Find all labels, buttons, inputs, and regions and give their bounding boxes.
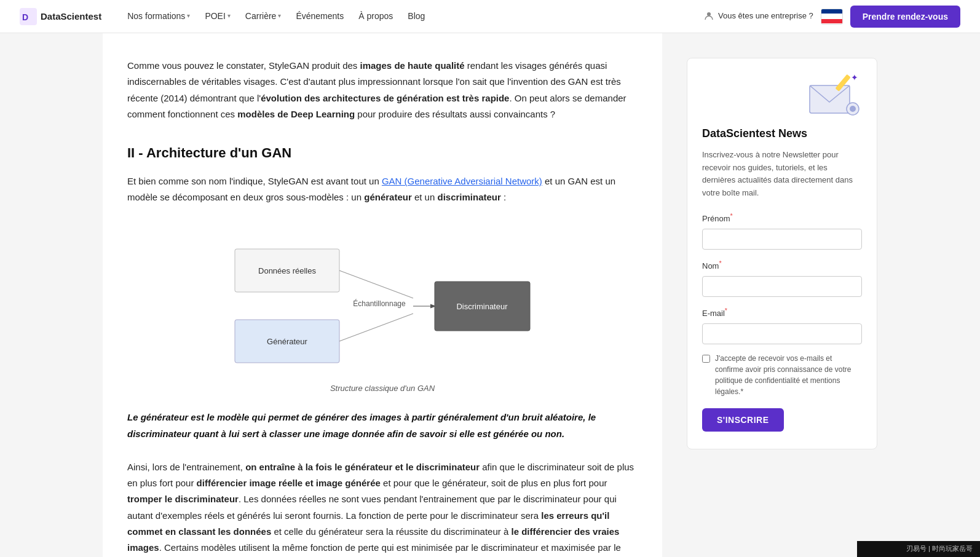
newsletter-icon-area: ✦ <box>702 73 862 122</box>
subscribe-button[interactable]: S'INSCRIRE <box>702 408 784 432</box>
nav-blog[interactable]: Blog <box>401 6 431 26</box>
svg-text:✦: ✦ <box>851 73 858 82</box>
nom-label: Nom* <box>702 258 862 273</box>
consent-label: J'accepte de recevoir vos e-mails et con… <box>715 353 862 397</box>
nav-apropos[interactable]: À propos <box>352 6 399 26</box>
chevron-down-icon: ▾ <box>187 11 190 21</box>
newsletter-desc: Inscrivez-vous à notre Newsletter pour r… <box>702 149 862 200</box>
enterprise-icon <box>703 10 714 22</box>
nav-poei[interactable]: POEI ▾ <box>199 6 236 26</box>
diagram-container: Données réelles Générateur Échantillonna… <box>127 224 638 395</box>
svg-point-16 <box>850 106 856 112</box>
newsletter-card: ✦ DataScientest News Inscrivez-vous à no… <box>687 58 877 449</box>
section-heading: II - Architecture d'un GAN <box>127 142 638 164</box>
nom-input[interactable] <box>702 276 862 297</box>
highlight-block: Le générateur est le modèle qui permet d… <box>127 409 638 442</box>
logo-text: DataScientest <box>41 9 101 24</box>
page-wrapper: Comme vous pouvez le constater, StyleGAN… <box>90 33 890 557</box>
chevron-down-icon: ▾ <box>278 11 281 21</box>
prenom-label: Prénom* <box>702 211 862 226</box>
newsletter-title: DataScientest News <box>702 125 862 143</box>
svg-text:Échantillonnage: Échantillonnage <box>353 299 406 308</box>
svg-point-2 <box>707 12 711 16</box>
nav-evenements[interactable]: Événements <box>290 6 350 26</box>
nav-right: Vous êtes une entreprise ? Prendre rende… <box>703 6 960 28</box>
svg-text:Données réelles: Données réelles <box>258 266 316 275</box>
intro-paragraph: Comme vous pouvez le constater, StyleGAN… <box>127 58 638 122</box>
svg-text:Discriminateur: Discriminateur <box>456 302 508 311</box>
rdv-button[interactable]: Prendre rendez-vous <box>850 6 960 28</box>
logo-icon: D <box>20 8 37 25</box>
logo-link[interactable]: D DataScientest <box>20 8 101 25</box>
navbar: D DataScientest Nos formations ▾ POEI ▾ … <box>0 0 980 33</box>
sidebar: ✦ DataScientest News Inscrivez-vous à no… <box>687 33 877 449</box>
nav-links: Nos formations ▾ POEI ▾ Carrière ▾ Événe… <box>121 6 703 26</box>
svg-line-7 <box>339 271 413 298</box>
language-flag-button[interactable] <box>821 9 843 25</box>
diagram-caption: Structure classique d'un GAN <box>330 382 435 395</box>
prenom-field-group: Prénom* <box>702 211 862 250</box>
consent-checkbox-row: J'accepte de recevoir vos e-mails et con… <box>702 353 862 397</box>
training-paragraph: Ainsi, lors de l'entrainement, on entraî… <box>127 459 638 557</box>
svg-rect-13 <box>810 85 850 113</box>
email-field-group: E-mail* <box>702 306 862 344</box>
consent-checkbox[interactable] <box>702 355 710 363</box>
enterprise-link[interactable]: Vous êtes une entreprise ? <box>703 10 813 23</box>
gan-diagram: Données réelles Générateur Échantillonna… <box>223 224 542 376</box>
newsletter-illustration: ✦ <box>807 73 862 122</box>
gan-link[interactable]: GAN (Generative Adversiarial Network) <box>382 176 542 186</box>
nom-field-group: Nom* <box>702 258 862 297</box>
svg-text:Générateur: Générateur <box>267 337 307 346</box>
svg-text:D: D <box>22 12 28 22</box>
chevron-down-icon: ▾ <box>227 11 231 21</box>
email-label: E-mail* <box>702 306 862 320</box>
watermark: 刃易号 | 时尚玩家岳哥 <box>857 541 980 557</box>
prenom-input[interactable] <box>702 229 862 250</box>
email-input[interactable] <box>702 323 862 344</box>
nav-carriere[interactable]: Carrière ▾ <box>239 6 288 26</box>
section-paragraph-1: Et bien comme son nom l'indique, StyleGA… <box>127 173 638 206</box>
main-content: Comme vous pouvez le constater, StyleGAN… <box>103 33 662 557</box>
svg-line-8 <box>339 314 413 341</box>
nav-formations[interactable]: Nos formations ▾ <box>121 6 196 26</box>
